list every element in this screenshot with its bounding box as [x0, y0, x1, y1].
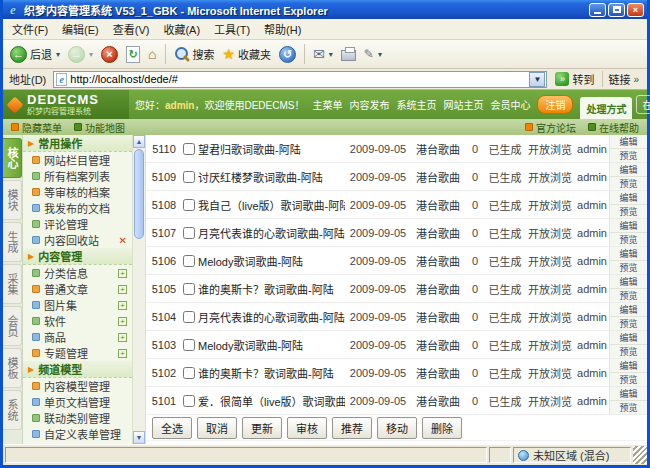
favorites-button[interactable]: ★ 收藏夹 [220, 44, 275, 64]
tab-core[interactable]: 核心 [3, 138, 22, 178]
scrollbar-thumb[interactable] [134, 149, 144, 239]
history-button[interactable]: ↺ [276, 44, 299, 65]
sidebar-item-single-page-docs[interactable]: 单页文档管理 [23, 394, 132, 410]
forward-button[interactable]: → ▾ [65, 44, 96, 65]
edit-link[interactable]: 编辑 [610, 387, 647, 401]
edit-link[interactable]: 编辑 [610, 191, 647, 205]
preview-link[interactable]: 预览 [610, 401, 647, 414]
doc-category-link[interactable]: 港台歌曲 [416, 172, 460, 184]
close-button[interactable]: × [627, 3, 644, 17]
doc-title-link[interactable]: Melody歌词歌曲-阿陆 [198, 340, 303, 352]
go-button[interactable]: » 转到 [551, 70, 598, 88]
row-checkbox[interactable] [183, 227, 195, 239]
sidebar-item-site-columns[interactable]: 网站栏目管理 [23, 152, 132, 168]
sidebar-item-all-archives[interactable]: 所有档案列表 [23, 168, 132, 184]
recommend-button[interactable]: 推荐 [332, 417, 372, 439]
sidebar-item-pending-archives[interactable]: 等审核的档案 [23, 184, 132, 200]
online-help-link[interactable]: 在线帮助 [588, 120, 639, 135]
audit-button[interactable]: 审核 [287, 417, 327, 439]
doc-category-link[interactable]: 港台歌曲 [416, 200, 460, 212]
print-button[interactable] [338, 45, 359, 63]
back-button[interactable]: ← 后退 ▾ [7, 44, 63, 65]
links-bar[interactable]: 链接 » [602, 71, 644, 87]
doc-title-link[interactable]: 望君归歌词歌曲-阿陆 [198, 144, 301, 156]
official-forum-link[interactable]: 官方论坛 [525, 120, 576, 135]
tab-modules[interactable]: 模块 [3, 180, 22, 220]
sidebar-item-classified-info[interactable]: 分类信息+ [23, 265, 132, 281]
edit-link[interactable]: 编辑 [610, 247, 647, 261]
resize-grip[interactable] [633, 446, 647, 464]
preview-link[interactable]: 预览 [610, 205, 647, 218]
preview-link[interactable]: 预览 [610, 233, 647, 246]
doc-title-link[interactable]: 谁的奥斯卡？歌词歌曲-阿陆 [198, 284, 334, 296]
preview-link[interactable]: 预览 [610, 177, 647, 190]
tab-system[interactable]: 系统 [3, 390, 22, 430]
search-button[interactable]: 搜索 [171, 44, 218, 64]
mail-button[interactable]: ✉▾ [310, 45, 336, 63]
add-icon[interactable]: + [118, 301, 127, 310]
add-icon[interactable]: + [118, 333, 127, 342]
home-button[interactable]: ⌂ [145, 45, 159, 63]
menu-edit[interactable]: 编辑(E) [55, 19, 106, 39]
row-checkbox[interactable] [183, 199, 195, 211]
sidebar-scrollbar[interactable]: ▲ ▼ [133, 135, 146, 444]
doc-title-link[interactable]: 讨厌红楼梦歌词歌曲-阿陆 [198, 172, 323, 184]
doc-title-link[interactable]: 月亮代表谁的心歌词歌曲-阿陆 [198, 228, 345, 240]
update-button[interactable]: 更新 [242, 417, 282, 439]
sidebar-item-software[interactable]: 软件+ [23, 313, 132, 329]
tab-member[interactable]: 会员 [3, 306, 22, 346]
tab-collect[interactable]: 采集 [3, 264, 22, 304]
add-icon[interactable]: + [118, 285, 127, 294]
sidebar-item-linked-categories[interactable]: 联动类别管理 [23, 410, 132, 426]
doc-category-link[interactable]: 港台歌曲 [416, 228, 460, 240]
back-dropdown-icon[interactable]: ▾ [56, 50, 60, 59]
preview-link[interactable]: 预览 [610, 261, 647, 274]
tab-generate[interactable]: 生成 [3, 222, 22, 262]
scroll-down-icon[interactable]: ▼ [133, 431, 145, 444]
row-checkbox[interactable] [183, 311, 195, 323]
edit-link[interactable]: 编辑 [610, 219, 647, 233]
address-dropdown-icon[interactable]: ▼ [529, 72, 545, 87]
deselect-button[interactable]: 取消 [197, 417, 237, 439]
edit-link[interactable]: 编辑 [610, 163, 647, 177]
doc-title-link[interactable]: 谁的奥斯卡？歌词歌曲-阿陆 [198, 368, 334, 380]
select-all-button[interactable]: 全选 [152, 417, 192, 439]
preview-link[interactable]: 预览 [610, 317, 647, 330]
nav-system-home[interactable]: 系统主页 [396, 97, 436, 112]
sidebar-item-recycle-bin[interactable]: 内容回收站✕ [23, 232, 132, 248]
doc-category-link[interactable]: 港台歌曲 [416, 368, 460, 380]
delete-button[interactable]: 删除 [422, 417, 462, 439]
function-map-button[interactable]: 功能地图 [74, 120, 125, 135]
preview-link[interactable]: 预览 [610, 289, 647, 302]
edit-link[interactable]: 编辑 [610, 331, 647, 345]
row-checkbox[interactable] [183, 171, 195, 183]
row-checkbox[interactable] [183, 395, 195, 407]
row-checkbox[interactable] [183, 255, 195, 267]
address-input[interactable]: e http://localhost/dede/# ▼ [53, 71, 547, 88]
sidebar-item-content-models[interactable]: 内容模型管理 [23, 378, 132, 394]
sidebar-item-image-gallery[interactable]: 图片集+ [23, 297, 132, 313]
edit-link[interactable]: 编辑 [610, 275, 647, 289]
doc-title-link[interactable]: Melody歌词歌曲-阿陆 [198, 256, 303, 268]
edit-button[interactable]: ✎▾ [361, 45, 385, 63]
sidebar-item-comments[interactable]: 评论管理 [23, 216, 132, 232]
logout-button[interactable]: 注销 [537, 95, 573, 114]
row-checkbox[interactable] [183, 283, 195, 295]
scrollbar-track[interactable] [133, 148, 145, 431]
maximize-button[interactable] [608, 3, 625, 17]
row-checkbox[interactable] [183, 339, 195, 351]
preview-link[interactable]: 预览 [610, 345, 647, 358]
edit-link[interactable]: 编辑 [610, 303, 647, 317]
doc-category-link[interactable]: 港台歌曲 [416, 312, 460, 324]
mode-tab[interactable]: 处理方式 [580, 97, 632, 119]
doc-title-link[interactable]: 月亮代表谁的心歌词歌曲-阿陆 [198, 312, 345, 324]
sidebar-item-custom-forms[interactable]: 自定义表单管理 [23, 426, 132, 442]
add-icon[interactable]: + [118, 269, 127, 278]
doc-category-link[interactable]: 港台歌曲 [416, 256, 460, 268]
menu-help[interactable]: 帮助(H) [257, 19, 308, 39]
tab-template[interactable]: 模板 [3, 348, 22, 388]
nav-site-home[interactable]: 网站主页 [443, 97, 483, 112]
add-icon[interactable]: + [118, 317, 127, 326]
add-icon[interactable]: + [118, 349, 127, 358]
preview-link[interactable]: 预览 [610, 149, 647, 162]
